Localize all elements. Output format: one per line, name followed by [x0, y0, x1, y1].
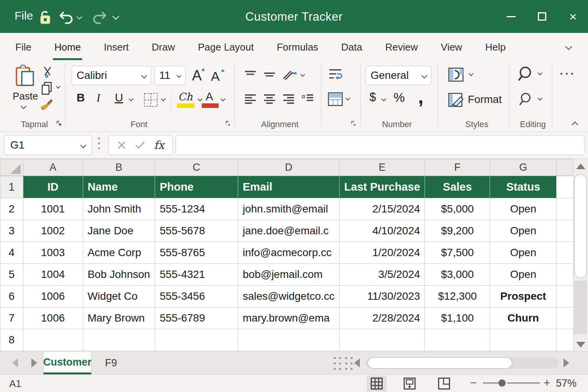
font-color-chevron-icon[interactable] — [221, 97, 225, 101]
merge-center-icon[interactable] — [327, 91, 344, 107]
column-header-B[interactable]: B — [83, 159, 155, 176]
cell[interactable]: 555-5678 — [155, 220, 238, 242]
cell[interactable]: 1001 — [23, 198, 83, 220]
align-middle-icon[interactable] — [263, 67, 276, 81]
fill-color-swatch[interactable] — [177, 103, 194, 108]
row-header-2[interactable]: 2 — [0, 198, 23, 220]
wrap-text-icon[interactable] — [328, 67, 343, 81]
horizontal-scroll-thumb[interactable] — [368, 357, 512, 369]
spreadsheet[interactable]: ABCDEFG1IDNamePhoneEmailLast PurchaseSal… — [0, 159, 573, 351]
font-color-icon[interactable]: A — [202, 90, 217, 103]
tab-view[interactable]: View — [439, 33, 464, 61]
normal-view-icon[interactable] — [367, 376, 387, 392]
insert-function-button[interactable]: fx — [154, 139, 164, 152]
cell[interactable]: 11/30/2023 — [340, 286, 425, 307]
cell[interactable]: Mary Brown — [83, 307, 155, 329]
sheet-nav-left-icon[interactable] — [12, 358, 18, 368]
header-cell-name[interactable]: Name — [83, 176, 155, 198]
paste-button[interactable]: Paste — [13, 90, 38, 102]
drag-handle-icon[interactable] — [345, 357, 353, 370]
fill-color-chevron-icon[interactable] — [198, 97, 202, 101]
cell[interactable]: Jane Doe — [83, 220, 155, 242]
conditional-formatting-chevron-icon[interactable] — [469, 72, 473, 75]
currency-button[interactable]: $ — [369, 90, 376, 104]
row-header-7[interactable]: 7 — [0, 307, 23, 329]
cell-partial[interactable] — [557, 242, 573, 264]
minimize-icon[interactable] — [502, 8, 520, 24]
cell-partial[interactable] — [557, 176, 573, 198]
align-right-icon[interactable] — [282, 92, 296, 106]
cell[interactable] — [155, 329, 238, 351]
name-box[interactable]: G1 — [4, 135, 92, 155]
tab-data[interactable]: Data — [340, 33, 364, 61]
underline-chevron-icon[interactable] — [129, 97, 133, 101]
close-icon[interactable]: × — [564, 8, 582, 24]
hscroll-right-icon[interactable] — [564, 358, 569, 368]
row-header-8[interactable]: 8 — [0, 329, 23, 351]
cell[interactable]: 2/28/2024 — [340, 307, 425, 329]
currency-chevron-icon[interactable] — [382, 97, 385, 101]
cell[interactable]: 1003 — [23, 242, 83, 264]
cell-partial[interactable] — [557, 264, 573, 286]
cell[interactable]: 1006 — [23, 286, 83, 307]
column-header-C[interactable]: C — [155, 159, 238, 176]
cell[interactable]: $5,000 — [425, 198, 490, 220]
cell[interactable]: sales@widgetco.cc — [238, 286, 339, 307]
cell[interactable]: Acme Corp — [83, 242, 155, 264]
cell[interactable]: 1004 — [23, 264, 83, 286]
cell-partial[interactable] — [557, 220, 573, 242]
cell[interactable]: Churn — [490, 307, 557, 329]
search-chevron-icon[interactable] — [538, 96, 542, 100]
tab-home[interactable]: Home — [53, 33, 82, 61]
cancel-icon[interactable] — [117, 140, 127, 150]
cell[interactable]: Open — [490, 198, 557, 220]
cell[interactable]: 555-6789 — [155, 307, 238, 329]
borders-chevron-icon[interactable] — [162, 97, 165, 101]
header-cell-id[interactable]: ID — [23, 176, 83, 198]
column-header-A[interactable]: A — [23, 159, 83, 176]
sheet-tab-f9[interactable]: F9 — [94, 352, 128, 374]
copy-icon[interactable] — [39, 80, 54, 96]
cell[interactable]: 4/10/2024 — [340, 220, 425, 242]
percent-button[interactable]: % — [394, 90, 405, 105]
header-cell-sales[interactable]: Sales — [425, 176, 490, 198]
cell[interactable] — [425, 329, 490, 351]
orientation-icon[interactable] — [281, 67, 298, 82]
format-as-table-icon[interactable] — [447, 92, 465, 108]
ribbon-display-chevron-icon[interactable] — [566, 44, 571, 51]
cell[interactable]: John Smith — [83, 198, 155, 220]
sheet-tab-customer[interactable]: Customer — [43, 352, 91, 374]
more-options-icon[interactable] — [560, 73, 573, 75]
font-dialog-launcher-icon[interactable] — [225, 120, 232, 127]
cell-partial[interactable] — [557, 286, 573, 307]
clipboard-dialog-launcher-icon[interactable] — [56, 120, 62, 127]
cell[interactable] — [490, 329, 557, 351]
cell[interactable]: john.smith@email — [238, 198, 339, 220]
cell[interactable] — [83, 329, 155, 351]
cell[interactable]: Bob Johnson — [83, 264, 155, 286]
cell[interactable]: Prospect — [490, 286, 557, 307]
conditional-formatting-icon[interactable] — [447, 67, 465, 83]
bold-button[interactable]: B — [77, 91, 85, 104]
cell[interactable]: Open — [490, 242, 557, 264]
header-cell-phone[interactable]: Phone — [155, 176, 238, 198]
cell[interactable]: $3,000 — [425, 264, 490, 286]
cell[interactable]: mary.brown@ema — [238, 307, 339, 329]
format-painter-icon[interactable] — [39, 97, 55, 113]
format-button[interactable]: Format — [468, 93, 502, 106]
cell[interactable]: $7,500 — [425, 242, 490, 264]
column-header-F[interactable]: F — [425, 159, 490, 176]
align-top-icon[interactable] — [243, 67, 257, 81]
cell[interactable]: 3/5/2024 — [340, 264, 425, 286]
cell[interactable]: 1002 — [23, 220, 83, 242]
tab-help[interactable]: Help — [483, 33, 507, 61]
alignment-dialog-launcher-icon[interactable] — [351, 120, 357, 127]
hscroll-left-icon[interactable] — [354, 358, 360, 368]
header-cell-status[interactable]: Status — [490, 176, 557, 198]
zoom-out-icon[interactable]: − — [470, 376, 477, 389]
font-family-select[interactable]: Calibri — [72, 66, 151, 85]
column-header-G[interactable]: G — [490, 159, 557, 176]
tab-draw[interactable]: Draw — [150, 33, 176, 61]
row-header-3[interactable]: 3 — [0, 220, 23, 242]
header-cell-last-purchase[interactable]: Last Purchase — [340, 176, 425, 198]
